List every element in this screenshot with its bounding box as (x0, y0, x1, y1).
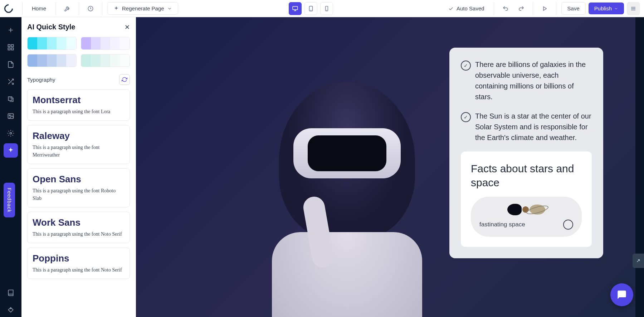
ai-quick-style-panel: AI Quick Style ✕ Typography MontserratTh… (21, 17, 136, 317)
font-sample-text: This is a paragraph using the font Merri… (33, 144, 125, 159)
settings-tool[interactable] (4, 126, 18, 140)
svg-rect-8 (8, 48, 10, 50)
color-palette-option[interactable] (27, 54, 77, 67)
wrench-icon[interactable] (61, 2, 74, 15)
topbar: Home Regenerate Page Auto Saved (0, 0, 644, 17)
color-palette-option[interactable] (81, 37, 130, 50)
svg-point-12 (9, 115, 10, 116)
add-tool[interactable] (4, 23, 18, 37)
autosaved-label: Auto Saved (457, 5, 484, 11)
svg-point-3 (311, 10, 311, 10)
fact-item: There are billions of galaxies in the ob… (461, 59, 592, 102)
mobile-view-button[interactable] (320, 2, 333, 15)
canvas[interactable]: There are billions of galaxies in the ob… (136, 17, 644, 317)
feedback-tab[interactable]: Feedback (4, 183, 15, 217)
undo-button[interactable] (499, 2, 512, 15)
inner-card-title: Facts about stars and space (471, 162, 582, 189)
publish-label: Publish (594, 5, 612, 11)
fact-text: The Sun is a star at the center of our S… (475, 111, 592, 143)
sparkle-icon (113, 6, 119, 11)
font-option-card[interactable]: MontserratThis is a paragraph using the … (27, 89, 130, 121)
home-label: Home (32, 5, 46, 11)
circle-indicator (563, 220, 573, 230)
content-card[interactable]: There are billions of galaxies in the ob… (449, 48, 603, 258)
svg-point-13 (10, 133, 12, 134)
chevron-down-icon (167, 6, 172, 11)
panel-title: AI Quick Style (27, 23, 75, 31)
refresh-typography-button[interactable] (119, 74, 130, 85)
svg-rect-6 (8, 45, 10, 47)
svg-rect-10 (8, 97, 12, 100)
planets-illustration (507, 204, 545, 215)
check-circle-icon (461, 61, 471, 71)
check-icon (448, 6, 454, 11)
color-palette-option[interactable] (27, 37, 77, 50)
preview-button[interactable] (538, 2, 551, 15)
font-name: Montserrat (33, 95, 125, 106)
tag-tool[interactable] (4, 303, 18, 317)
docs-tool[interactable] (4, 285, 18, 300)
font-name: Poppins (33, 253, 125, 264)
ai-style-tool[interactable] (4, 143, 18, 158)
svg-point-14 (10, 308, 11, 309)
layers-tool[interactable] (4, 92, 18, 106)
font-name: Raleway (33, 130, 125, 141)
fact-text: There are billions of galaxies in the ob… (475, 59, 592, 102)
chevron-down-icon (614, 6, 618, 11)
home-button[interactable]: Home (28, 3, 50, 14)
app-logo (3, 3, 15, 15)
font-option-card[interactable]: PoppinsThis is a paragraph using the fon… (27, 248, 130, 279)
font-sample-text: This is a paragraph using the font Noto … (33, 230, 125, 238)
feedback-label: Feedback (6, 188, 12, 212)
font-sample-text: This is a paragraph using the font Lora (33, 108, 125, 115)
autosaved-status: Auto Saved (444, 5, 489, 11)
redo-button[interactable] (515, 2, 528, 15)
svg-rect-1 (293, 6, 298, 10)
shuffle-tool[interactable] (4, 75, 18, 89)
font-option-card[interactable]: Open SansThis is a paragraph using the f… (27, 168, 130, 207)
font-option-card[interactable]: RalewayThis is a paragraph using the fon… (27, 125, 130, 164)
regenerate-page-button[interactable]: Regenerate Page (107, 2, 178, 15)
desktop-view-button[interactable] (289, 2, 302, 15)
typography-heading: Typography (27, 77, 55, 83)
pages-tool[interactable] (4, 57, 18, 72)
font-name: Work Sans (33, 217, 125, 228)
font-sample-text: This is a paragraph using the font Noto … (33, 266, 125, 274)
check-circle-icon (461, 112, 471, 122)
publish-button[interactable]: Publish (589, 3, 624, 14)
image-tool[interactable] (4, 109, 18, 123)
svg-point-5 (326, 10, 327, 10)
save-button[interactable]: Save (561, 2, 586, 15)
regenerate-label: Regenerate Page (122, 5, 164, 11)
svg-rect-9 (11, 48, 14, 50)
history-icon[interactable] (84, 2, 97, 15)
tablet-view-button[interactable] (304, 2, 317, 15)
font-sample-text: This is a paragraph using the font Robot… (33, 187, 125, 202)
color-palette-option[interactable] (81, 54, 130, 67)
font-option-card[interactable]: Work SansThis is a paragraph using the f… (27, 212, 130, 243)
expand-right-tab[interactable] (633, 254, 644, 268)
widgets-tool[interactable] (4, 40, 18, 54)
close-panel-button[interactable]: ✕ (125, 23, 130, 31)
left-rail (0, 17, 21, 317)
chat-fab[interactable] (610, 283, 633, 306)
planet-graphic-box: fastinating space (471, 197, 582, 237)
menu-button[interactable] (627, 2, 640, 15)
inner-card[interactable]: Facts about stars and space fastinating … (461, 152, 592, 247)
page-preview[interactable]: There are billions of galaxies in the ob… (136, 17, 635, 317)
fact-item: The Sun is a star at the center of our S… (461, 111, 592, 143)
save-label: Save (567, 5, 580, 11)
svg-rect-7 (11, 45, 14, 47)
font-name: Open Sans (33, 174, 125, 185)
caption-text: fastinating space (479, 221, 525, 228)
